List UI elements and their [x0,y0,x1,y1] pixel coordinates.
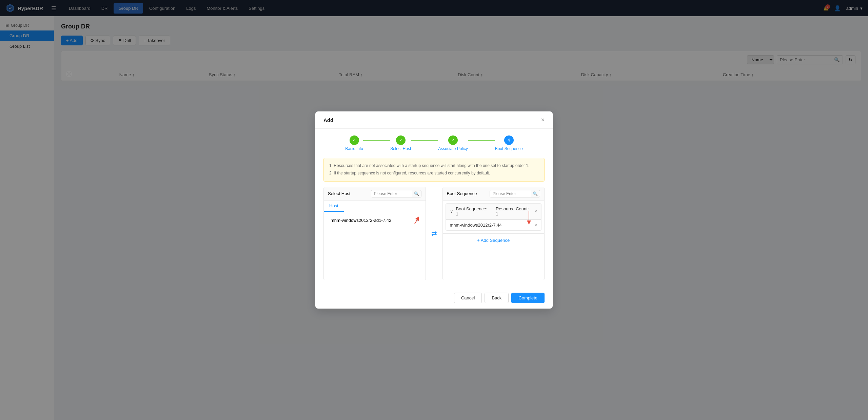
content-panels: Select Host 🔍 Host mhm-windows2012r2-ad1… [323,187,545,280]
boot-sequence-search-input[interactable] [490,190,531,197]
red-arrow-1 [408,212,421,226]
sequence-label-0: Boot Sequence: 1 [456,206,490,216]
step-line-1 [363,140,390,141]
tab-host[interactable]: Host [324,201,344,212]
alert-line-1: 1. Resources that are not associated wit… [329,162,539,170]
modal-body: ✓ Basic Info ✓ Select Host ✓ Associate P… [315,129,553,287]
select-host-search: 🔍 [371,190,421,197]
add-sequence-button[interactable]: + Add Sequence [443,233,545,247]
step-3-circle: ✓ [448,135,458,145]
step-basic-info: ✓ Basic Info [345,135,363,151]
boot-sequence-search: 🔍 [490,190,540,197]
select-host-search-icon: 🔍 [412,190,421,197]
step-associate-policy: ✓ Associate Policy [438,135,468,151]
host-item-0: mhm-windows2012r2-ad1-7.42 + [327,215,423,226]
resource-count-0: Resource Count: 1 [496,206,532,216]
step-4-label: Boot Sequence [495,146,523,151]
select-host-tabs: Host [324,201,426,212]
select-host-panel: Select Host 🔍 Host mhm-windows2012r2-ad1… [323,187,426,280]
boot-sequence-body: ∨ Boot Sequence: 1 Resource Count: 1 × m… [443,201,545,280]
select-host-panel-header: Select Host 🔍 [324,187,426,201]
select-host-body: mhm-windows2012r2-ad1-7.42 + [324,212,426,280]
select-host-title: Select Host [328,191,350,196]
add-modal: Add × ✓ Basic Info ✓ Select Host [315,111,553,308]
modal-title: Add [323,117,333,123]
boot-sequence-title: Boot Sequence [447,191,477,196]
boot-sequence-panel-header: Boot Sequence 🔍 [443,187,545,201]
stepper: ✓ Basic Info ✓ Select Host ✓ Associate P… [323,135,545,151]
seq-item-close-0[interactable]: × [534,223,537,228]
modal-header: Add × [315,111,553,129]
boot-sequence-search-icon: 🔍 [531,190,540,197]
alert-info: 1. Resources that are not associated wit… [323,158,545,181]
step-2-circle: ✓ [396,135,406,145]
step-1-label: Basic Info [345,146,363,151]
step-boot-sequence: 4 Boot Sequence [495,135,523,151]
back-button[interactable]: Back [485,293,509,303]
host-add-icon-0[interactable]: + [415,217,418,224]
host-item-name-0: mhm-windows2012r2-ad1-7.42 [331,218,391,223]
alert-line-2: 2. If the startup sequence is not config… [329,170,539,177]
modal-overlay[interactable]: Add × ✓ Basic Info ✓ Select Host [0,0,868,420]
step-1-circle: ✓ [350,135,359,145]
modal-footer: Cancel Back Complete [315,287,553,309]
select-host-search-input[interactable] [371,190,412,197]
transfer-icon: ⇄ [431,187,437,280]
boot-sequence-panel: Boot Sequence 🔍 ∨ Boot Sequence: 1 [442,187,545,280]
cancel-button[interactable]: Cancel [454,293,482,303]
step-4-circle: 4 [504,135,514,145]
modal-close-button[interactable]: × [541,117,545,123]
sequence-group-0: ∨ Boot Sequence: 1 Resource Count: 1 × m… [446,203,542,231]
step-3-label: Associate Policy [438,146,468,151]
step-select-host: ✓ Select Host [390,135,411,151]
seq-item-0: mhm-windows2012r2-7.44 × [446,219,541,230]
sequence-group-header-0: ∨ Boot Sequence: 1 Resource Count: 1 × [446,204,541,219]
seq-item-name-0: mhm-windows2012r2-7.44 [450,223,502,228]
step-line-2 [411,140,438,141]
step-2-label: Select Host [390,146,411,151]
sequence-close-0[interactable]: × [534,209,537,214]
complete-button[interactable]: Complete [511,293,545,303]
step-line-3 [468,140,495,141]
sequence-chevron-0[interactable]: ∨ [450,209,453,214]
